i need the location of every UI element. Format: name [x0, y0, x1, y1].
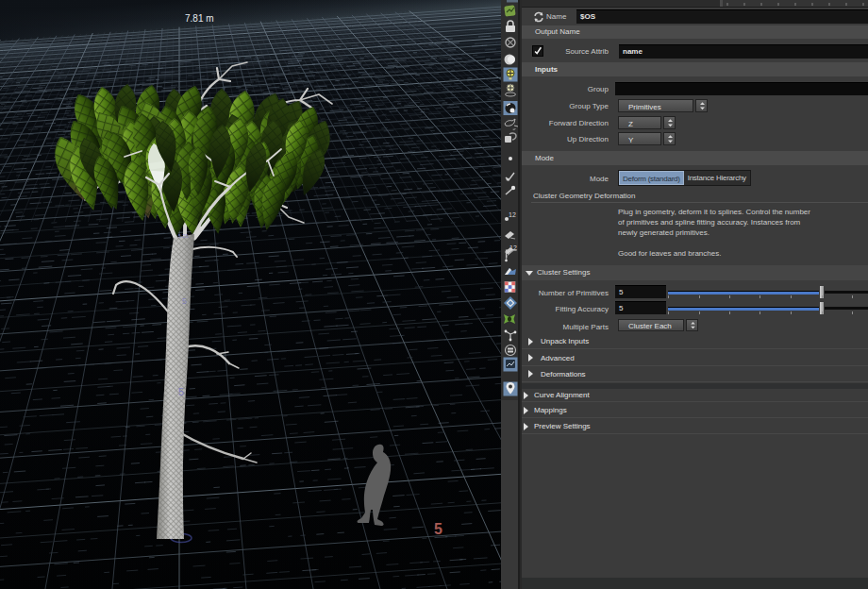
svg-text:12: 12 [509, 211, 516, 218]
svg-text:5: 5 [182, 296, 187, 306]
svg-text:5: 5 [434, 521, 442, 537]
svg-text:7.81 m: 7.81 m [185, 13, 214, 24]
svg-text:5.25: 5.25 [178, 233, 189, 239]
svg-text:5: 5 [178, 386, 184, 397]
